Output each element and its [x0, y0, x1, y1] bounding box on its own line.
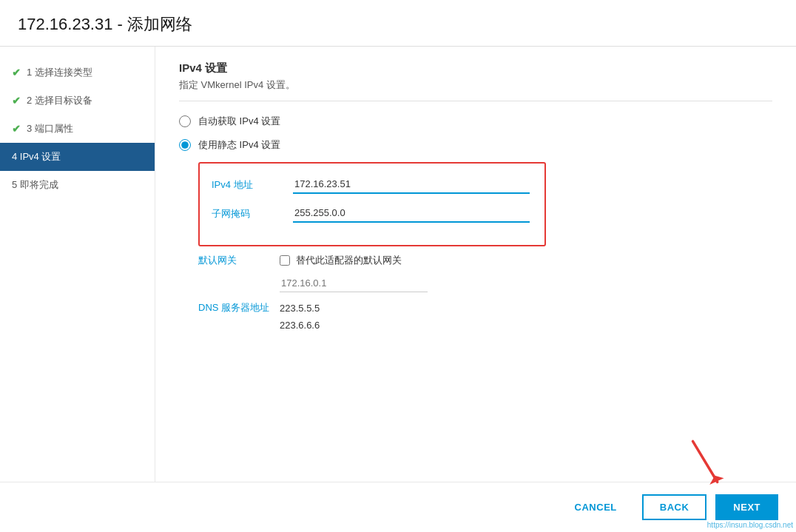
add-network-dialog: 172.16.23.31 - 添加网络 ✔ 1 选择连接类型 ✔ 2 选择目标设…	[0, 0, 796, 532]
sidebar-item-step5[interactable]: 5 即将完成	[0, 171, 155, 199]
dns-section: DNS 服务器地址 223.5.5.5 223.6.6.6	[198, 300, 546, 334]
gateway-input-row	[198, 275, 546, 292]
radio-static-input[interactable]	[179, 139, 191, 151]
subnet-label: 子网掩码	[212, 207, 293, 220]
section-title: IPv4 设置	[179, 61, 772, 75]
gateway-label: 默认网关	[198, 254, 280, 267]
dns-label: DNS 服务器地址	[198, 300, 280, 314]
ipv4-address-row: IPv4 地址	[212, 175, 530, 194]
section-desc-text: 指定 VMkernel IPv4 设置。	[179, 79, 295, 90]
back-button[interactable]: BACK	[642, 494, 707, 520]
sidebar-item-step4[interactable]: 4 IPv4 设置	[0, 143, 155, 171]
sidebar-step1-label: 1 选择连接类型	[27, 66, 92, 79]
sidebar-item-step3[interactable]: ✔ 3 端口属性	[0, 115, 155, 143]
ipv4-input[interactable]	[293, 175, 530, 194]
gateway-checkbox[interactable]	[280, 255, 290, 266]
sidebar: ✔ 1 选择连接类型 ✔ 2 选择目标设备 ✔ 3 端口属性 4 IPv4 设置…	[0, 47, 155, 482]
radio-group: 自动获取 IPv4 设置 使用静态 IPv4 设置	[179, 115, 772, 152]
subnet-row: 子网掩码	[212, 204, 530, 223]
sidebar-step4-label: 4 IPv4 设置	[12, 150, 61, 164]
main-content: IPv4 设置 指定 VMkernel IPv4 设置。 自动获取 IPv4 设…	[155, 47, 796, 482]
dialog-title: 172.16.23.31 - 添加网络	[18, 13, 778, 36]
radio-static-option[interactable]: 使用静态 IPv4 设置	[179, 138, 772, 152]
gateway-row: 默认网关 替代此适配器的默认网关	[198, 254, 546, 267]
gateway-section: 默认网关 替代此适配器的默认网关	[198, 254, 546, 292]
sidebar-item-step1[interactable]: ✔ 1 选择连接类型	[0, 58, 155, 87]
next-button[interactable]: NEXT	[715, 494, 778, 520]
section-desc: 指定 VMkernel IPv4 设置。	[179, 78, 772, 101]
radio-static-label: 使用静态 IPv4 设置	[198, 138, 280, 152]
cancel-button[interactable]: CANCEL	[559, 496, 633, 519]
radio-auto-input[interactable]	[179, 115, 191, 127]
dialog-header: 172.16.23.31 - 添加网络	[0, 0, 796, 47]
ipv4-label: IPv4 地址	[212, 178, 293, 192]
subnet-input[interactable]	[293, 204, 530, 223]
check-icon-step1: ✔	[12, 67, 21, 78]
check-icon-step2: ✔	[12, 95, 21, 107]
dns-secondary: 223.6.6.6	[280, 317, 320, 334]
gateway-checkbox-label: 替代此适配器的默认网关	[296, 254, 402, 267]
dialog-footer: CANCEL BACK NEXT	[0, 482, 796, 532]
sidebar-step2-label: 2 选择目标设备	[27, 94, 92, 107]
radio-auto-option[interactable]: 自动获取 IPv4 设置	[179, 115, 772, 128]
dns-primary: 223.5.5.5	[280, 300, 320, 317]
dns-row: DNS 服务器地址 223.5.5.5 223.6.6.6	[198, 300, 546, 334]
radio-auto-label: 自动获取 IPv4 设置	[198, 115, 280, 128]
sidebar-step3-label: 3 端口属性	[27, 122, 73, 135]
sidebar-step5-label: 5 即将完成	[12, 178, 58, 192]
static-ipv4-box: IPv4 地址 子网掩码	[198, 162, 546, 246]
watermark: https://insun.blog.csdn.net	[707, 521, 793, 529]
dns-values: 223.5.5.5 223.6.6.6	[280, 300, 320, 334]
gateway-input[interactable]	[280, 275, 428, 292]
check-icon-step3: ✔	[12, 123, 21, 135]
gateway-checkbox-row: 替代此适配器的默认网关	[280, 254, 402, 267]
sidebar-item-step2[interactable]: ✔ 2 选择目标设备	[0, 87, 155, 115]
dialog-body: ✔ 1 选择连接类型 ✔ 2 选择目标设备 ✔ 3 端口属性 4 IPv4 设置…	[0, 47, 796, 482]
